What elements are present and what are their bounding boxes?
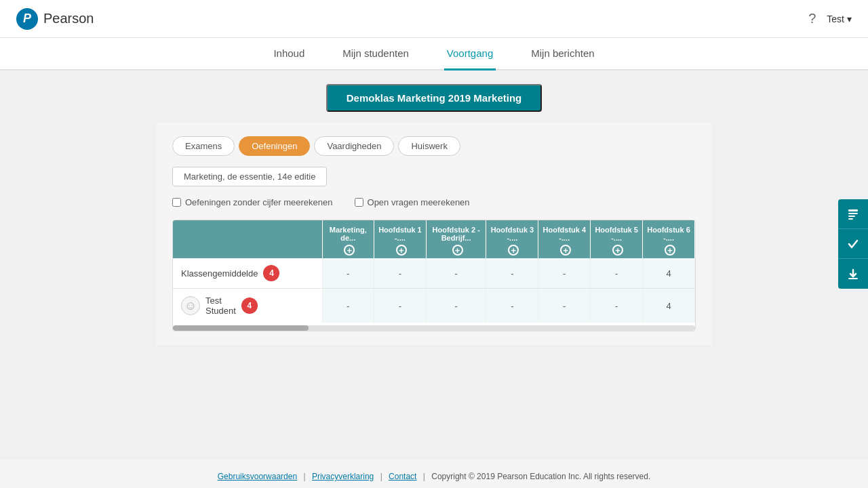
row-badge-0: 4 — [263, 265, 279, 281]
col-header-1: Hoofdstuk 1 -....+ — [374, 220, 426, 258]
filter-tab-huiswerk[interactable]: Huiswerk — [398, 136, 460, 156]
table-head: Marketing, de...+Hoofdstuk 1 -....+Hoofd… — [173, 220, 695, 258]
col-header-4: Hoofdstuk 4 -....+ — [538, 220, 591, 258]
col-plus-icon-1[interactable]: + — [396, 245, 407, 256]
checkbox-label-1[interactable]: Open vragen meerekenen — [355, 197, 470, 207]
col-plus-icon-5[interactable]: + — [612, 245, 623, 256]
avatar-1: ☺ — [181, 296, 200, 315]
footer-links: Gebruiksvoorwaarden | Privacyverklaring … — [218, 472, 432, 481]
cell-0-6: 4 — [643, 258, 695, 289]
col-header-2: Hoofdstuk 2 - Bedrijf...+ — [426, 220, 486, 258]
col-title-1: Hoofdstuk 1 -.... — [378, 226, 422, 242]
svg-rect-2 — [848, 216, 855, 217]
class-banner-button[interactable]: Demoklas Marketing 2019 Marketing — [326, 84, 542, 112]
footer-link-0[interactable]: Gebruiksvoorwaarden — [218, 472, 297, 481]
checkbox-text-0: Oefeningen zonder cijfer meerekenen — [185, 197, 333, 207]
check-tool[interactable] — [838, 229, 868, 259]
logo-text: Pearson — [43, 11, 94, 26]
checkbox-0[interactable] — [172, 198, 181, 207]
col-title-5: Hoofdstuk 5 -.... — [595, 226, 638, 242]
cell-1-1: - — [374, 289, 426, 323]
empty-header — [173, 220, 322, 258]
chevron-down-icon: ▾ — [847, 14, 852, 24]
cell-1-0: - — [322, 289, 374, 323]
book-selector[interactable]: Marketing, de essentie, 14e editie — [172, 167, 327, 186]
row-label-cell-0: Klassengemiddelde4 — [173, 258, 322, 289]
table-row-0: Klassengemiddelde4------4 — [173, 258, 695, 289]
footer-link-2[interactable]: Contact — [389, 472, 416, 481]
cell-1-3: - — [486, 289, 538, 323]
header: P Pearson ? Test ▾ — [0, 0, 868, 38]
row-name-0: Klassengemiddelde — [181, 268, 258, 279]
table-row-1: ☺TestStudent4------4 — [173, 289, 695, 323]
filter-tab-vaardigheden[interactable]: Vaardigheden — [314, 136, 394, 156]
sidebar-tools — [838, 199, 868, 289]
table-wrapper: Marketing, de...+Hoofdstuk 1 -....+Hoofd… — [172, 220, 696, 331]
checkbox-text-1: Open vragen meerekenen — [368, 197, 470, 207]
scrollbar-thumb — [173, 325, 309, 331]
svg-rect-1 — [848, 213, 858, 214]
cell-0-0: - — [322, 258, 374, 289]
cell-1-6: 4 — [643, 289, 695, 323]
user-name: Test — [827, 14, 844, 24]
nav-item-mijn-berichten[interactable]: Mijn berichten — [528, 38, 597, 70]
footer-copyright: Copyright © 2019 Pearson Education Inc. … — [431, 472, 650, 481]
cell-0-2: - — [426, 258, 486, 289]
col-title-6: Hoofdstuk 6 -.... — [647, 226, 690, 242]
scrollbar-area — [173, 325, 695, 331]
row-label-cell-1: ☺TestStudent4 — [173, 289, 322, 323]
col-plus-icon-0[interactable]: + — [344, 245, 355, 256]
col-plus-icon-4[interactable]: + — [560, 245, 571, 256]
cell-0-5: - — [591, 258, 643, 289]
row-name-1: TestStudent — [205, 296, 236, 316]
col-header-0: Marketing, de...+ — [322, 220, 374, 258]
header-right: ? Test ▾ — [808, 11, 852, 26]
svg-rect-3 — [848, 218, 853, 220]
table-scroll[interactable]: Marketing, de...+Hoofdstuk 1 -....+Hoofd… — [173, 220, 695, 323]
pearson-logo-icon: P — [16, 8, 38, 30]
checkbox-label-0[interactable]: Oefeningen zonder cijfer meerekenen — [172, 197, 333, 207]
content-area: ExamensOefeningenVaardighedenHuiswerk Ma… — [156, 123, 712, 345]
col-title-3: Hoofdstuk 3 -.... — [490, 226, 534, 242]
checkbox-1[interactable] — [355, 198, 363, 207]
nav-item-inhoud[interactable]: Inhoud — [271, 38, 307, 70]
logo-area: P Pearson — [16, 8, 94, 30]
col-header-3: Hoofdstuk 3 -....+ — [486, 220, 538, 258]
cell-1-5: - — [591, 289, 643, 323]
notes-tool[interactable] — [838, 199, 868, 229]
col-title-0: Marketing, de... — [327, 226, 370, 242]
page-body: Demoklas Marketing 2019 Marketing Examen… — [0, 70, 868, 460]
col-header-6: Hoofdstuk 6 -....+ — [643, 220, 695, 258]
col-plus-icon-6[interactable]: + — [665, 245, 675, 256]
col-plus-icon-3[interactable]: + — [508, 245, 519, 256]
svg-rect-0 — [848, 209, 858, 211]
download-tool[interactable] — [838, 259, 868, 289]
cell-0-3: - — [486, 258, 538, 289]
progress-table: Marketing, de...+Hoofdstuk 1 -....+Hoofd… — [173, 220, 695, 323]
filter-tab-oefeningen[interactable]: Oefeningen — [239, 136, 310, 156]
footer-sep-0: | — [301, 472, 308, 481]
footer-sep-last: | — [420, 472, 427, 481]
checkbox-row: Oefeningen zonder cijfer meerekenenOpen … — [172, 197, 696, 207]
col-title-2: Hoofdstuk 2 - Bedrijf... — [431, 226, 482, 242]
filter-tabs: ExamensOefeningenVaardighedenHuiswerk — [172, 136, 696, 156]
cell-1-4: - — [538, 289, 591, 323]
col-plus-icon-2[interactable]: + — [452, 245, 463, 256]
footer-link-1[interactable]: Privacyverklaring — [312, 472, 374, 481]
help-icon[interactable]: ? — [808, 11, 816, 26]
nav-item-mijn-studenten[interactable]: Mijn studenten — [340, 38, 412, 70]
cell-0-1: - — [374, 258, 426, 289]
row-badge-1: 4 — [241, 298, 258, 314]
user-menu[interactable]: Test ▾ — [827, 14, 852, 24]
main-nav: InhoudMijn studentenVoortgangMijn berich… — [0, 38, 868, 70]
col-header-5: Hoofdstuk 5 -....+ — [591, 220, 643, 258]
footer-sep-1: | — [378, 472, 384, 481]
filter-tab-examens[interactable]: Examens — [172, 136, 235, 156]
col-title-4: Hoofdstuk 4 -.... — [542, 226, 586, 242]
cell-1-2: - — [426, 289, 486, 323]
footer: Gebruiksvoorwaarden | Privacyverklaring … — [0, 460, 868, 488]
table-body: Klassengemiddelde4------4☺TestStudent4--… — [173, 258, 695, 323]
nav-item-voortgang[interactable]: Voortgang — [444, 38, 496, 70]
cell-0-4: - — [538, 258, 591, 289]
